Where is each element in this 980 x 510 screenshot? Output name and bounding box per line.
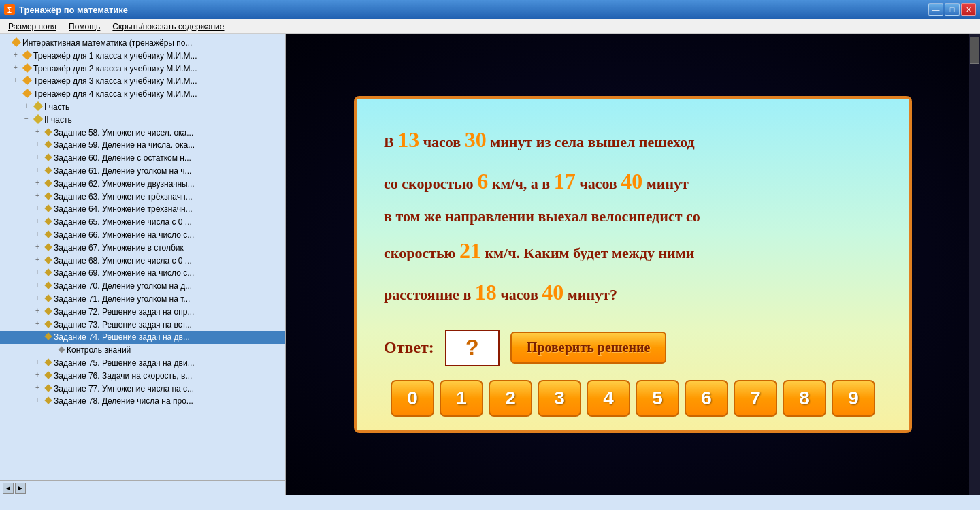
expand-icon-4[interactable]: − [14,89,23,98]
tree-label-64: Задание 64. Умножение трёхзначн... [54,204,193,215]
tree-item-69[interactable]: + Задание 69. Умножение на число с... [0,267,285,280]
minimize-button[interactable]: — [928,3,943,16]
expand-icon-72[interactable]: + [35,306,45,316]
main-area: − Интерактивная математика (тренажёры по… [0,34,980,495]
scroll-right-button[interactable]: ► [15,483,26,494]
digit-0-button[interactable]: 0 [391,380,434,417]
tree-label-4-2: II часть [44,114,72,126]
diamond-icon-78 [44,397,52,404]
tree-item-4-1[interactable]: + I часть [0,101,285,114]
content-scroll-thumb[interactable] [970,37,979,64]
expand-icon-66[interactable]: + [35,229,45,239]
tree-item-71[interactable]: + Задание 71. Деление уголком на т... [0,293,285,306]
tree-item-66[interactable]: + Задание 66. Умножение на число с... [0,229,285,242]
expand-icon-64[interactable]: + [35,204,45,213]
tree-label-59: Задание 59. Деление на числа. ока... [54,140,195,151]
expand-icon-75[interactable]: + [35,357,45,367]
digit-3-button[interactable]: 3 [538,380,581,417]
tree-item-1[interactable]: + Тренажёр для 1 класса к учебнику М.И.М… [0,50,285,63]
tree-item-60[interactable]: + Задание 60. Деление с остатком н... [0,152,285,165]
digit-7-button[interactable]: 7 [734,380,777,417]
tree-item-62[interactable]: + Задание 62. Умножение двузначны... [0,178,285,191]
close-button[interactable]: ✕ [961,3,976,16]
expand-icon-61[interactable]: + [35,165,45,175]
tree-item-73[interactable]: + Задание 73. Решение задач на вст... [0,319,285,332]
num-40b: 40 [542,280,564,304]
tree-item-58[interactable]: + Задание 58. Умножение чисел. ока... [0,127,285,140]
tree-item-67[interactable]: + Задание 67. Умножение в столбик [0,242,285,255]
sidebar: − Интерактивная математика (тренажёры по… [0,34,286,495]
tree-item-59[interactable]: + Задание 59. Деление на числа. ока... [0,139,285,152]
expand-icon-60[interactable]: + [35,153,45,162]
expand-icon-59[interactable]: + [35,140,45,149]
sidebar-tree[interactable]: − Интерактивная математика (тренажёры по… [0,34,285,480]
tree-item-2[interactable]: + Тренажёр для 2 класса к учебнику М.И.М… [0,63,285,76]
tree-item-65[interactable]: + Задание 65. Умножение числа с 0 ... [0,216,285,229]
num-21: 21 [459,238,481,263]
tree-item-77[interactable]: + Задание 77. Умножение числа на с... [0,383,285,396]
problem-line-3: в том же направлении выехал велосипедист… [384,208,700,225]
diamond-icon-59 [44,141,52,148]
tree-label-3: Тренажёр для 3 класса к учебнику М.И.М..… [33,76,197,87]
menu-item-help[interactable]: Помощь [63,20,105,33]
tree-item-4-2[interactable]: − II часть [0,114,285,127]
tree-item-74-control[interactable]: Контроль знаний [0,344,285,357]
diamond-icon-4 [22,89,32,98]
tree-item-64[interactable]: + Задание 64. Умножение трёхзначн... [0,203,285,216]
tree-item-4[interactable]: − Тренажёр для 4 класса к учебнику М.И.М… [0,88,285,101]
expand-icon-65[interactable]: + [35,217,45,226]
menu-bar: Размер поля Помощь Скрыть/показать содер… [0,19,980,34]
check-button[interactable]: Проверить решение [510,332,667,364]
sidebar-status-bar: ◄ ► [0,480,285,495]
digit-9-button[interactable]: 9 [832,380,875,417]
content-scrollbar[interactable] [969,34,980,495]
tree-label-4: Тренажёр для 4 класса к учебнику М.И.М..… [33,89,197,100]
maximize-button[interactable]: □ [945,3,960,16]
expand-icon-4-1[interactable]: + [24,101,34,111]
expand-icon-62[interactable]: + [35,178,45,188]
expand-icon-69[interactable]: + [35,268,45,277]
tree-label-74: Задание 74. Решение задач на дв... [54,332,190,343]
menu-item-toggle-content[interactable]: Скрыть/показать содержание [107,20,229,33]
expand-icon-70[interactable]: + [35,281,45,290]
digit-5-button[interactable]: 5 [636,380,679,417]
menu-item-field-size[interactable]: Размер поля [3,20,62,33]
tree-item-63[interactable]: + Задание 63. Умножение трёхзначн... [0,191,285,204]
window-controls: — □ ✕ [928,3,976,16]
expand-icon-63[interactable]: + [35,191,45,201]
tree-item-75[interactable]: + Задание 75. Решение задач на дви... [0,357,285,370]
scroll-arrows: ◄ ► [3,483,26,494]
tree-item-74[interactable]: − Задание 74. Решение задач на дв... [0,331,285,344]
problem-line-1: В 13 часов 30 минут из села вышел пешехо… [384,133,695,150]
expand-icon-76[interactable]: + [35,370,45,380]
expand-icon-74[interactable]: − [35,332,45,341]
expand-icon-71[interactable]: + [35,293,45,303]
num-30a: 30 [465,127,487,152]
tree-item-root[interactable]: − Интерактивная математика (тренажёры по… [0,37,285,50]
digit-8-button[interactable]: 8 [783,380,826,417]
tree-label-root: Интерактивная математика (тренажёры по..… [22,37,192,49]
tree-item-3[interactable]: + Тренажёр для 3 класса к учебнику М.И.М… [0,75,285,88]
expand-icon-78[interactable]: + [35,396,45,405]
tree-item-78[interactable]: + Задание 78. Деление числа на про... [0,395,285,408]
diamond-icon-71 [44,294,52,302]
tree-item-70[interactable]: + Задание 70. Деление уголком на д... [0,280,285,293]
tree-item-72[interactable]: + Задание 72. Решение задач на опр... [0,306,285,319]
digit-1-button[interactable]: 1 [440,380,483,417]
tree-label-66: Задание 66. Умножение на число с... [54,229,194,241]
digit-4-button[interactable]: 4 [587,380,630,417]
tree-item-68[interactable]: + Задание 68. Умножение числа с 0 ... [0,255,285,268]
scroll-left-button[interactable]: ◄ [3,483,14,494]
expand-icon-58[interactable]: + [35,127,45,137]
expand-icon-3[interactable]: + [14,76,23,85]
tree-item-61[interactable]: + Задание 61. Деление уголком на ч... [0,165,285,178]
tree-label-1: Тренажёр для 1 класса к учебнику М.И.М..… [33,50,197,62]
math-card: В 13 часов 30 минут из села вышел пешехо… [354,96,912,433]
tree-label-75: Задание 75. Решение задач на дви... [54,357,195,369]
tree-item-76[interactable]: + Задание 76. Задачи на скорость, в... [0,370,285,383]
digit-6-button[interactable]: 6 [685,380,728,417]
expand-icon-root[interactable]: − [3,37,12,47]
expand-icon-67[interactable]: + [35,242,45,252]
diamond-icon-root [12,37,21,47]
digit-2-button[interactable]: 2 [489,380,532,417]
